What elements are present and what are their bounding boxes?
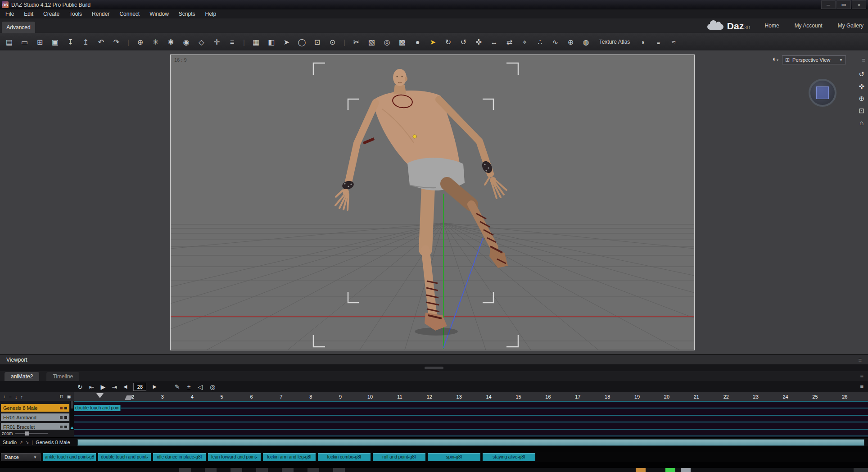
timeline-lanes[interactable]: double touch and poin xyxy=(74,401,868,437)
add-track-icon[interactable]: + xyxy=(3,394,5,399)
add-node-icon[interactable]: ⊕ xyxy=(566,34,575,50)
zoom-slider-thumb[interactable] xyxy=(25,431,29,436)
pane-menu-icon[interactable]: ≡ xyxy=(860,372,863,379)
timeline-ruler[interactable]: 2345678910111213141516171819202122232425… xyxy=(74,392,868,401)
layout-grid-icon[interactable]: ▦ xyxy=(251,34,261,50)
menu-item[interactable]: Edit xyxy=(24,11,33,17)
taskbar-app-icon[interactable] xyxy=(205,468,217,472)
tab-advanced[interactable]: Advanced xyxy=(2,22,35,33)
scrollbar-thumb[interactable] xyxy=(71,401,73,408)
menu-item[interactable]: Tools xyxy=(69,11,82,17)
hair-icon[interactable]: ≈ xyxy=(669,34,678,50)
clip-category-dropdown[interactable]: Dance ▼ xyxy=(1,453,41,461)
tab-animate2[interactable]: aniMate2 xyxy=(5,372,39,381)
tab-timeline[interactable]: Timeline xyxy=(46,372,79,381)
move-track-up-icon[interactable]: ↑ xyxy=(20,394,23,399)
taskbar-app-icon[interactable] xyxy=(665,468,675,472)
animation-clip[interactable]: ankle touch and point-g8 xyxy=(43,453,96,461)
frame-prev-icon[interactable]: ◀ xyxy=(123,384,127,390)
zoom-view-icon[interactable]: ⊕ xyxy=(859,95,864,103)
track-solo-dot[interactable] xyxy=(64,426,67,428)
draw-style-icon[interactable]: ◐▾ xyxy=(773,55,778,63)
menu-item[interactable]: Render xyxy=(92,11,109,17)
undo-icon[interactable]: ↶ xyxy=(96,34,106,50)
remove-track-icon[interactable]: − xyxy=(9,394,11,399)
taskbar-app-icon[interactable] xyxy=(307,468,319,472)
pane-dock-icon[interactable]: ↘ xyxy=(26,440,29,445)
animation-clip[interactable]: idle dance in place-g8f xyxy=(153,453,206,461)
sphere-tool-icon[interactable]: ◯ xyxy=(297,34,307,50)
viewport-pane-menu-icon[interactable]: ≡ xyxy=(862,57,865,64)
animation-clip[interactable]: staying alive-g8f xyxy=(483,453,535,461)
select-arrow-icon[interactable]: ➤ xyxy=(282,34,291,50)
pane-undock-icon[interactable]: ↗ xyxy=(19,440,23,445)
genesis-8-male-figure[interactable] xyxy=(335,69,508,331)
merge-file-icon[interactable]: ⊞ xyxy=(35,34,45,50)
texture-atlas-globe-icon[interactable]: ◍ xyxy=(581,34,591,50)
camera-view-dropdown[interactable]: ⊞ Perspective View ▼ xyxy=(782,55,846,64)
go-to-start-icon[interactable]: ⇤ xyxy=(89,383,95,390)
pane-menu-icon[interactable]: ≡ xyxy=(858,357,862,363)
aim-tool-icon[interactable]: ⌖ xyxy=(520,34,529,50)
rotate-tool-icon[interactable]: ↻ xyxy=(443,34,453,50)
people-icon[interactable]: ◒ xyxy=(654,34,663,50)
render-preview-icon[interactable]: ◎ xyxy=(382,34,392,50)
move-track-down-icon[interactable]: ↓ xyxy=(15,394,18,399)
audio-icon[interactable]: ◁ xyxy=(198,383,203,390)
camera-cube-icon[interactable]: ◧ xyxy=(267,34,276,50)
import-file-icon[interactable]: ↧ xyxy=(66,34,75,50)
header-link[interactable]: My Gallery xyxy=(838,23,863,29)
frame-number-field[interactable]: 28 xyxy=(133,383,146,391)
pan-view-icon[interactable]: ✜ xyxy=(859,82,864,91)
record-icon[interactable]: ◎ xyxy=(210,383,215,390)
close-button[interactable]: × xyxy=(852,0,866,9)
track-row-fr01-bracelet[interactable]: FR01 Bracelet xyxy=(1,423,69,430)
export-file-icon[interactable]: ↥ xyxy=(81,34,90,50)
shader-layers-icon[interactable]: ▩ xyxy=(398,34,407,50)
frame-next-icon[interactable]: ▶ xyxy=(153,384,156,390)
lock-icon[interactable]: ⊓ xyxy=(60,394,64,399)
animation-clip[interactable]: double touch and point- xyxy=(98,453,151,461)
visibility-icon[interactable]: ◉ xyxy=(67,394,71,399)
menu-item[interactable]: Scripts xyxy=(179,11,195,17)
frame-view-icon[interactable]: ⊡ xyxy=(859,107,864,115)
create-camera-icon[interactable]: ◉ xyxy=(181,34,191,50)
taskbar-app-icon[interactable] xyxy=(681,468,691,472)
restore-button[interactable]: ▭ xyxy=(836,0,851,9)
animation-clip[interactable]: spin-g8f xyxy=(428,453,480,461)
animation-clip[interactable]: roll and point-g8f xyxy=(373,453,425,461)
create-light-icon[interactable]: ✱ xyxy=(166,34,176,50)
animate-scrub-bar[interactable] xyxy=(77,439,864,446)
image-editor-icon[interactable]: ▧ xyxy=(367,34,376,50)
timeline-options-icon[interactable]: ≡ xyxy=(860,383,863,390)
scroll-arrow-icon[interactable] xyxy=(70,427,74,429)
animation-clip[interactable]: lockin combo-g8f xyxy=(318,453,371,461)
header-link[interactable]: My Account xyxy=(795,23,823,29)
create-null-icon[interactable]: ◇ xyxy=(197,34,206,50)
render-icon[interactable]: ⊙ xyxy=(328,34,337,50)
zoom-slider[interactable] xyxy=(15,433,48,434)
add-remove-key-icon[interactable]: ± xyxy=(187,383,191,390)
universal-tool-icon[interactable]: ✜ xyxy=(474,34,484,50)
active-pointer-icon[interactable]: ➤ xyxy=(428,34,438,50)
redo-icon[interactable]: ↷ xyxy=(112,34,121,50)
track-row-fr01-armband[interactable]: FR01 Armband xyxy=(1,413,69,421)
decimator-icon[interactable]: ◗ xyxy=(638,34,648,50)
view-navigation-cube[interactable] xyxy=(809,79,836,107)
track-row-genesis-8-male[interactable]: Genesis 8 Male xyxy=(1,404,69,412)
menu-item[interactable]: Connect xyxy=(119,11,140,17)
taskbar-app-icon[interactable] xyxy=(256,468,268,472)
create-instance-icon[interactable]: ✛ xyxy=(212,34,222,50)
open-file-icon[interactable]: ▭ xyxy=(20,34,29,50)
track-solo-dot[interactable] xyxy=(64,407,67,409)
animation-clip[interactable]: lean forward and point- xyxy=(208,453,261,461)
save-file-icon[interactable]: ▣ xyxy=(50,34,60,50)
scissors-icon[interactable]: ✂ xyxy=(352,34,361,50)
menu-item[interactable]: File xyxy=(5,11,14,17)
taskbar-app-icon[interactable] xyxy=(179,468,191,472)
cube-camera-icon[interactable]: ⊡ xyxy=(312,34,322,50)
scale-tool-icon[interactable]: ↔ xyxy=(489,34,499,50)
snap-tool-icon[interactable]: ∴ xyxy=(535,34,545,50)
menu-item[interactable]: Create xyxy=(43,11,59,17)
track-solo-dot[interactable] xyxy=(64,416,67,419)
